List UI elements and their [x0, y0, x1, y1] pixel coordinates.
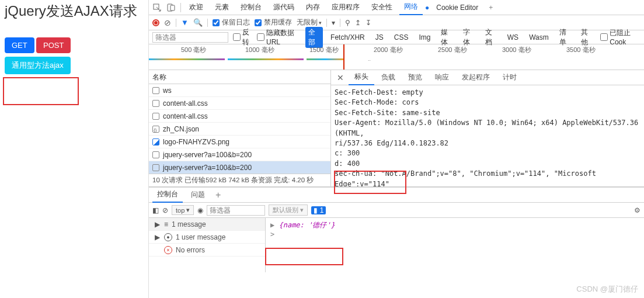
drawer-tab-console[interactable]: 控制台	[152, 187, 183, 203]
tab-elements[interactable]: 元素	[210, 0, 234, 15]
dtab-initiator[interactable]: 发起程序	[456, 70, 496, 85]
disable-cache-checkbox[interactable]: 禁用缓存	[255, 18, 292, 27]
drawer-tab-issues[interactable]: 问题	[186, 188, 210, 202]
clear-icon[interactable]: ⊘	[164, 18, 171, 27]
blocked-checkbox[interactable]: 已阻止 Cook	[600, 28, 640, 46]
page-title: jQuery发送AJAX请求	[5, 2, 144, 20]
tick: 3500 毫秒	[566, 46, 596, 54]
tick: 2000 毫秒	[374, 46, 403, 54]
drawer-tabbar: 控制台 问题 +	[149, 188, 644, 203]
name-column-header[interactable]: 名称	[149, 70, 330, 84]
load-marker-icon	[343, 44, 344, 70]
ajax-button[interactable]: 通用型方法ajax	[5, 57, 71, 74]
type-ws[interactable]: WS	[504, 33, 521, 42]
dtab-response[interactable]: 响应	[429, 70, 455, 85]
filter-row: 反转 隐藏数据 URL 全部 Fetch/XHR JS CSS Img 媒体 字…	[149, 30, 644, 44]
clear-console-icon[interactable]: ⊘	[162, 206, 168, 214]
watermark: CSDN @厦门德仔	[576, 284, 638, 294]
list-item[interactable]: ws	[149, 84, 330, 97]
tab-memory[interactable]: 内存	[301, 0, 325, 15]
tab-application[interactable]: 应用程序	[327, 0, 364, 15]
list-item[interactable]: content-all.css	[149, 97, 330, 110]
sidebar-item-messages[interactable]: ▶≡1 message	[149, 218, 265, 231]
type-img[interactable]: Img	[416, 33, 433, 42]
type-js[interactable]: JS	[373, 33, 387, 42]
type-fetch[interactable]: Fetch/XHR	[328, 33, 368, 42]
console-filter-input[interactable]	[207, 205, 265, 216]
post-button[interactable]: POST	[36, 37, 71, 53]
filter-input[interactable]	[152, 32, 228, 43]
context-select[interactable]: top ▾	[172, 205, 194, 215]
tab-sources[interactable]: 源代码	[269, 0, 299, 15]
dtab-payload[interactable]: 负载	[375, 70, 401, 85]
svg-rect-2	[170, 5, 175, 11]
get-button[interactable]: GET	[5, 37, 34, 53]
dtab-preview[interactable]: 预览	[402, 70, 428, 85]
dtab-timing[interactable]: 计时	[497, 70, 523, 85]
upload-icon[interactable]: ↥	[355, 19, 361, 27]
tab-network[interactable]: 网络	[399, 0, 423, 15]
type-wasm[interactable]: Wasm	[526, 33, 552, 42]
caret-down-icon[interactable]: ▾	[332, 19, 335, 27]
search-icon[interactable]: 🔍	[193, 18, 203, 27]
console-toolbar: ◧ ⊘ top ▾ ◉ 默认级别 ▾ ▮ 1 ⚙	[149, 203, 644, 218]
wifi-icon[interactable]: ⚲	[345, 19, 350, 27]
download-icon[interactable]: ↧	[365, 19, 371, 27]
list-item[interactable]: logo-FNAHYZVS.png	[149, 136, 330, 148]
tab-security[interactable]: 安全性	[367, 0, 397, 15]
tab-console[interactable]: 控制台	[236, 0, 266, 15]
add-tab-icon[interactable]: +	[485, 4, 496, 12]
devtools-tabbar: 欢迎 元素 控制台 源代码 内存 应用程序 安全性 网络 ● Cookie Ed…	[149, 0, 644, 15]
console-output[interactable]: ▶ {name: '德仔'} >	[266, 218, 644, 272]
preserve-log-checkbox[interactable]: 保留日志	[213, 18, 250, 27]
sidebar-item-errors[interactable]: ×No errors	[149, 244, 265, 257]
sidebar-item-user[interactable]: ▶●1 user message	[149, 231, 265, 244]
headers-content: Sec-Fetch-Dest: empty Sec-Fetch-Mode: co…	[331, 85, 644, 186]
sidebar-toggle-icon[interactable]: ◧	[152, 206, 159, 214]
list-item[interactable]: zh_CN.json	[149, 123, 330, 136]
drawer-add-icon[interactable]: +	[213, 190, 223, 200]
tick: 1500 毫秒	[309, 46, 339, 54]
detail-tabbar: ✕ 标头 负载 预览 响应 发起程序 计时	[331, 70, 644, 85]
throttle-select[interactable]: 无限制▾	[297, 18, 322, 27]
inspect-icon[interactable]	[151, 2, 163, 13]
list-item[interactable]: jquery-server?a=100&b=200	[149, 148, 330, 161]
list-item[interactable]: jquery-server?a=100&b=200	[149, 161, 330, 174]
level-select[interactable]: 默认级别 ▾	[269, 205, 308, 216]
device-icon[interactable]	[165, 2, 177, 13]
status-summary: 10 次请求 已传输592 kB 742 kB 条资源 完成: 4.20 秒	[149, 174, 330, 186]
hidedata-checkbox[interactable]: 隐藏数据 URL	[257, 28, 301, 46]
tick: 2500 毫秒	[438, 46, 467, 54]
timeline[interactable]: 500 毫秒 1000 毫秒 1500 毫秒 2000 毫秒 2500 毫秒 3…	[149, 44, 644, 70]
close-icon[interactable]: ✕	[333, 73, 347, 82]
tick: 3000 毫秒	[502, 46, 531, 54]
filter-toggle-icon[interactable]: ▼	[181, 18, 189, 27]
tab-welcome[interactable]: 欢迎	[185, 0, 208, 15]
tick: 1000 毫秒	[245, 46, 274, 54]
gear-icon[interactable]: ⚙	[634, 206, 640, 214]
message-sidebar: ▶≡1 message ▶●1 user message ×No errors	[149, 218, 266, 272]
record-icon[interactable]	[152, 19, 159, 26]
request-list: ws content-all.css content-all.css zh_CN…	[149, 84, 330, 174]
tab-cookie-editor[interactable]: Cookie Editor	[431, 0, 483, 15]
issues-badge[interactable]: ▮ 1	[311, 206, 326, 214]
tick: 500 毫秒	[181, 46, 206, 54]
list-item[interactable]: content-all.css	[149, 110, 330, 123]
dtab-headers[interactable]: 标头	[349, 70, 374, 85]
eye-icon[interactable]: ◉	[197, 206, 203, 214]
type-css[interactable]: CSS	[391, 33, 412, 42]
